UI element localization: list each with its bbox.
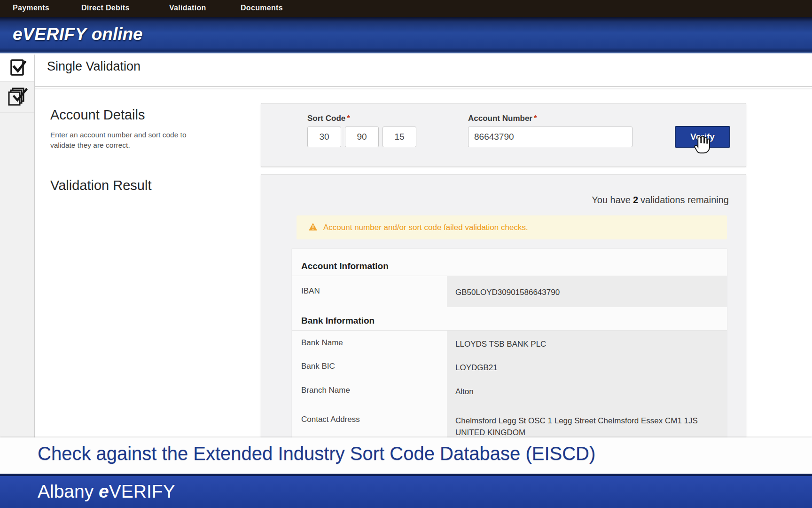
row-value: Alton bbox=[447, 378, 727, 403]
row-label: Branch Name bbox=[292, 378, 447, 403]
validation-warning-banner: Account number and/or sort code failed v… bbox=[297, 215, 727, 239]
verify-button[interactable]: Verify bbox=[675, 126, 730, 148]
app-logo: eVERIFYonline bbox=[13, 24, 143, 44]
section-header-account-information: Account Information bbox=[292, 249, 727, 276]
sort-code-input-1[interactable] bbox=[307, 127, 341, 147]
title-divider bbox=[35, 86, 812, 88]
table-row-bank-name: Bank Name LLOYDS TSB BANK PLC bbox=[292, 331, 727, 354]
validation-result-heading: Validation Result bbox=[50, 178, 151, 193]
table-row-iban: IBAN GB50LOYD30901586643790 bbox=[292, 276, 727, 307]
documents-check-icon bbox=[7, 86, 28, 109]
top-navigation: Payments Direct Debits Validation Docume… bbox=[0, 0, 812, 17]
table-row-branch-name: Branch Name Alton bbox=[292, 378, 727, 403]
page-title: Single Validation bbox=[47, 59, 141, 74]
remaining-suffix: validations remaining bbox=[640, 195, 729, 205]
sidebar bbox=[0, 55, 35, 438]
account-number-input[interactable] bbox=[468, 127, 632, 147]
sort-code-label-text: Sort Code bbox=[307, 114, 345, 123]
sidebar-item-batch-validation[interactable] bbox=[0, 82, 34, 113]
caption-text: Check against the Extended Industry Sort… bbox=[38, 443, 595, 464]
required-asterisk: * bbox=[534, 114, 537, 123]
nav-item-documents[interactable]: Documents bbox=[241, 4, 283, 12]
footer-bar: Albany eVERIFY bbox=[0, 476, 812, 508]
footer-brand-verify: VERIFY bbox=[109, 481, 175, 501]
validation-result-panel: You have2validations remaining Account n… bbox=[261, 174, 746, 438]
sort-code-input-2[interactable] bbox=[345, 127, 379, 147]
row-label: Contact Address bbox=[292, 403, 447, 438]
nav-item-payments[interactable]: Payments bbox=[13, 4, 49, 12]
row-value: GB50LOYD30901586643790 bbox=[447, 276, 727, 307]
document-check-icon bbox=[8, 57, 27, 79]
required-asterisk: * bbox=[347, 114, 350, 123]
table-row-contact-address: Contact Address Chelmsford Legg St OSC 1… bbox=[292, 403, 727, 438]
warning-triangle-icon bbox=[308, 222, 318, 233]
app-logo-everify: eVERIFY bbox=[13, 24, 87, 44]
table-row-bank-bic: Bank BIC LOYDGB21 bbox=[292, 354, 727, 378]
footer-brand-e: e bbox=[99, 481, 109, 501]
section-header-bank-information: Bank Information bbox=[292, 307, 727, 331]
row-value: Chelmsford Legg St OSC 1 Legg Street Che… bbox=[447, 403, 727, 438]
app-logo-online: online bbox=[92, 24, 143, 44]
account-number-label-text: Account Number bbox=[468, 114, 532, 123]
sidebar-item-single-validation[interactable] bbox=[0, 55, 34, 82]
remaining-count: 2 bbox=[633, 195, 638, 205]
row-label: Bank BIC bbox=[292, 354, 447, 378]
nav-item-direct-debits[interactable]: Direct Debits bbox=[81, 4, 130, 12]
remaining-prefix: You have bbox=[592, 195, 631, 205]
account-details-description: Enter an account number and sort code to… bbox=[50, 130, 212, 151]
caption-banner: Check against the Extended Industry Sort… bbox=[0, 437, 812, 474]
brand-header: eVERIFYonline bbox=[0, 17, 812, 54]
account-details-panel: Sort Code* Account Number* Verify bbox=[261, 103, 746, 167]
sort-code-label: Sort Code* bbox=[307, 114, 350, 123]
account-details-heading: Account Details bbox=[50, 107, 145, 123]
account-number-label: Account Number* bbox=[468, 114, 537, 123]
row-label: IBAN bbox=[292, 276, 447, 307]
validations-remaining-text: You have2validations remaining bbox=[592, 195, 729, 206]
row-value: LLOYDS TSB BANK PLC bbox=[447, 331, 727, 354]
sort-code-input-3[interactable] bbox=[383, 127, 416, 147]
row-value: LOYDGB21 bbox=[447, 354, 727, 378]
footer-brand-albany: Albany bbox=[38, 481, 94, 501]
result-details-card: Account Information IBAN GB50LOYD3090158… bbox=[292, 249, 727, 438]
warning-message: Account number and/or sort code failed v… bbox=[323, 223, 528, 232]
footer-brand: Albany eVERIFY bbox=[38, 481, 175, 502]
row-label: Bank Name bbox=[292, 331, 447, 354]
nav-item-validation[interactable]: Validation bbox=[169, 4, 206, 12]
